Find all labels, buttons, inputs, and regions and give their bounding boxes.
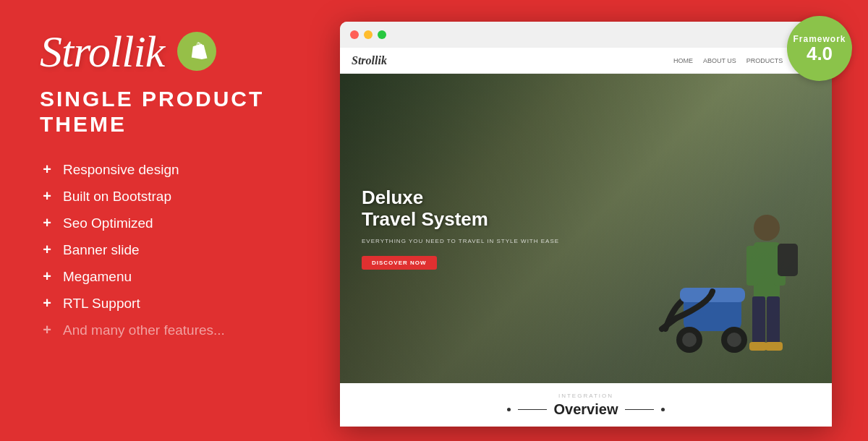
svg-point-14 [727, 333, 741, 347]
browser-dot-yellow [364, 30, 373, 39]
right-panel: Strollik HOME ABOUT US PRODUCTS CART [333, 0, 868, 441]
hero-text-area: Deluxe Travel System EVERYTHING YOU NEED… [340, 187, 581, 270]
plus-icon: + [40, 188, 54, 205]
hero-headline-line1: Deluxe [362, 187, 423, 208]
overview-strip: INTEGRATION Overview [340, 383, 832, 427]
feature-text: Seo Optimized [63, 215, 153, 231]
feature-item: +And many other features... [40, 317, 293, 343]
feature-item: +Built on Bootstrap [40, 184, 293, 209]
browser-mockup: Strollik HOME ABOUT US PRODUCTS CART [340, 22, 832, 427]
svg-rect-6 [749, 342, 767, 351]
overview-title: Overview [554, 401, 618, 418]
shopify-icon [177, 32, 216, 71]
hero-subtext: EVERYTHING YOU NEED TO TRAVEL IN STYLE W… [362, 238, 559, 244]
svg-rect-5 [767, 296, 780, 347]
hero-headline: Deluxe Travel System [362, 187, 559, 231]
svg-rect-7 [765, 342, 783, 351]
feature-item: +Megamenu [40, 264, 293, 289]
plus-icon: + [40, 295, 54, 312]
features-list: +Responsive design+Built on Bootstrap+Se… [40, 157, 293, 343]
page-container: Framework 4.0 Strollik SINGLE PRODUCT TH… [0, 0, 868, 441]
feature-item: +Banner slide [40, 237, 293, 262]
plus-icon: + [40, 322, 54, 338]
feature-text: And many other features... [63, 322, 225, 338]
overview-line-left [518, 409, 547, 410]
hero-section: Deluxe Travel System EVERYTHING YOU NEED… [340, 74, 832, 383]
overview-dot-left [507, 408, 511, 411]
framework-version: 4.0 [807, 44, 833, 63]
mini-nav-about: ABOUT US [703, 57, 736, 64]
framework-badge: Framework 4.0 [787, 16, 852, 81]
mini-nav-logo: Strollik [352, 54, 387, 67]
browser-dot-green [378, 30, 386, 39]
browser-bar [340, 22, 832, 48]
overview-line-right [625, 409, 654, 410]
mini-nav-home: HOME [673, 57, 693, 64]
plus-icon: + [40, 161, 54, 178]
stroller-illustration [622, 184, 825, 383]
svg-rect-4 [752, 296, 765, 347]
brand-subtitle: SINGLE PRODUCT THEME [40, 87, 293, 137]
svg-point-0 [754, 215, 780, 241]
hero-cta-button[interactable]: DISCOVER NOW [362, 256, 437, 270]
plus-icon: + [40, 215, 54, 231]
logo-row: Strollik [40, 29, 293, 74]
svg-rect-8 [778, 244, 798, 276]
overview-dot-right [661, 408, 665, 411]
browser-content: Strollik HOME ABOUT US PRODUCTS CART [340, 48, 832, 427]
feature-text: Banner slide [63, 242, 140, 258]
overview-title-row: Overview [507, 401, 665, 418]
feature-item: +RTL Support [40, 291, 293, 316]
overview-integration-label: INTEGRATION [558, 393, 613, 399]
feature-text: Responsive design [63, 162, 179, 178]
left-panel: Strollik SINGLE PRODUCT THEME +Responsiv… [0, 0, 333, 441]
mini-nav-products: PRODUCTS [746, 57, 783, 64]
mini-nav: Strollik HOME ABOUT US PRODUCTS CART [340, 48, 832, 74]
brand-name: Strollik [40, 29, 164, 74]
feature-text: RTL Support [63, 296, 140, 312]
browser-dot-red [350, 30, 359, 39]
feature-item: +Responsive design [40, 157, 293, 182]
feature-item: +Seo Optimized [40, 210, 293, 236]
plus-icon: + [40, 241, 54, 258]
svg-rect-2 [746, 246, 758, 286]
plus-icon: + [40, 268, 54, 285]
hero-headline-line2: Travel System [362, 208, 488, 230]
feature-text: Megamenu [63, 269, 132, 285]
svg-point-12 [682, 333, 697, 347]
feature-text: Built on Bootstrap [63, 189, 171, 205]
